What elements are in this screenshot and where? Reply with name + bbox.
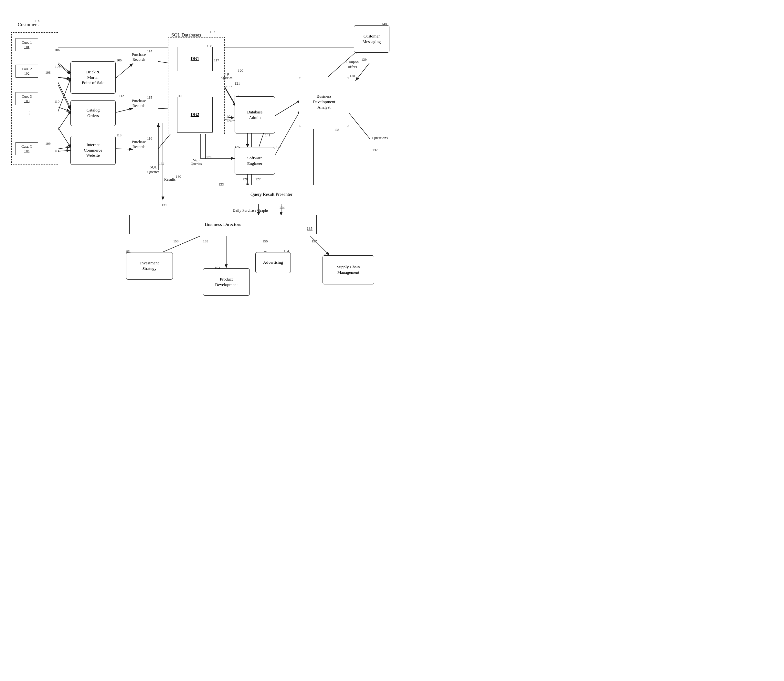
ref-112: 112 [119,94,124,98]
ref-119: 119 [209,30,215,33]
ref-124: 124 [226,119,232,123]
advertising-box: Advertising [255,252,291,273]
software-eng-label: Software Engineer [247,155,263,166]
customer-msg-label: Customer Messaging [363,33,381,44]
results-130: Results [164,177,176,182]
software-eng-box: Software Engineer [234,147,275,174]
ref-151: 151 [125,250,131,253]
supply-chain-box: Supply Chain Management [323,255,374,284]
cust1-box: Cust. 1 101 [16,38,38,51]
ref-100: 100 [35,19,40,23]
advertising-label: Advertising [263,260,283,265]
db-admin-label: Database Admin [247,109,263,120]
cust1-id: 101 [24,44,30,49]
svg-line-38 [274,100,301,116]
catalog-label: Catalog Orders [87,108,100,119]
custN-box: Cust. N 104 [16,142,38,155]
internet-label: Internet Commerce Website [84,142,102,159]
ref-153: 153 [203,239,208,243]
ref-133: 133 [219,182,224,186]
ref-136: 136 [334,128,340,131]
ref-107: 107 [55,65,60,68]
svg-line-42 [274,110,301,157]
ref-117: 117 [214,58,219,62]
ref-111: 111 [54,149,59,152]
sql-queries-132: SQLQueries [147,165,159,174]
ref-131: 131 [162,203,167,207]
ref-152: 152 [215,266,220,269]
ref-106: 106 [54,48,60,52]
supply-chain-label: Supply Chain Management [337,264,360,276]
diagram: Customers 100 Cust. 1 101 Cust. 2 102 Cu… [0,0,392,340]
customers-label: Customers [18,22,38,27]
custN-id: 104 [24,149,30,153]
cust2-id: 102 [24,71,30,76]
coupon-offers-label: Couponoffers [347,60,359,70]
ref-155: 155 [263,239,268,243]
product-dev-label: Product Development [215,277,238,288]
ref-114: 114 [147,49,152,53]
ref-156: 156 [323,253,329,257]
svg-line-16 [116,149,133,149]
ref-122: 122 [234,94,239,98]
db1-label: DB1 [191,56,199,62]
ref-109: 109 [45,142,51,146]
db-admin-box: Database Admin [234,96,275,133]
ref-141: 141 [265,133,271,137]
svg-line-14 [116,63,133,78]
purchase-114-label: Purchase Records [132,52,146,62]
ref-108: 108 [45,70,51,74]
product-dev-box: Product Development [203,268,250,296]
ref-115: 115 [147,95,152,99]
svg-line-37 [310,236,329,255]
cust3-id: 103 [24,98,30,103]
ref-154: 154 [284,249,289,253]
ref-129: 129 [206,155,212,159]
ref-137: 137 [372,148,378,152]
custN-label: Cust. N [21,144,32,149]
query-result-label: Query Result Presenter [250,192,293,198]
daily-purchase-label: Daily Purchase Graphs [233,208,269,213]
ref-116: 116 [147,136,152,140]
ref-113: 113 [116,133,122,137]
cust2-label: Cust. 2 [22,67,32,71]
ref-135-inline: 135 [307,226,312,231]
investment-box: Investment Strategy [126,252,173,280]
cust2-box: Cust. 2 102 [16,65,38,78]
ref-127: 127 [255,177,261,181]
cust3-label: Cust. 3 [22,94,32,98]
ref-138: 138 [350,74,355,78]
ref-157: 157 [312,239,317,243]
ref-123: 123 [226,114,232,118]
ref-134: 134 [279,206,285,209]
svg-line-15 [116,108,133,112]
ref-128: 128 [242,177,248,181]
results-121: Results [222,84,232,88]
customer-msg-box: Customer Messaging [354,25,390,53]
ref-132: 132 [159,162,165,165]
ref-158: 158 [207,44,212,48]
db2-label: DB2 [191,112,199,118]
cust1-label: Cust. 1 [22,40,32,44]
cust3-box: Cust. 3 103 [16,92,38,105]
ref-130: 130 [176,174,181,178]
dots: ⋮ [27,110,32,116]
ref-110: 110 [54,100,59,103]
ref-121: 121 [234,81,240,86]
purchase-116-label: Purchase Records [132,139,146,149]
ref-120: 120 [238,68,243,73]
brick-mortar-box: Brick & Mortar Point-of-Sale [70,62,116,94]
query-result-box: Query Result Presenter [220,185,323,204]
business-dirs-box: Business Directors 135 [129,215,317,234]
svg-line-45 [349,113,370,139]
catalog-box: Catalog Orders [70,100,116,126]
business-dirs-label: Business Directors [205,222,241,228]
questions-label: Questions [372,136,388,141]
sql-queries-129: SQLQueries [191,158,202,165]
db2-box: DB2 [177,97,213,133]
investment-label: Investment Strategy [140,261,159,271]
ref-126: 126 [276,145,282,149]
ref-118: 118 [177,94,182,98]
ref-125: 125 [234,145,240,149]
ref-140: 140 [381,22,387,26]
